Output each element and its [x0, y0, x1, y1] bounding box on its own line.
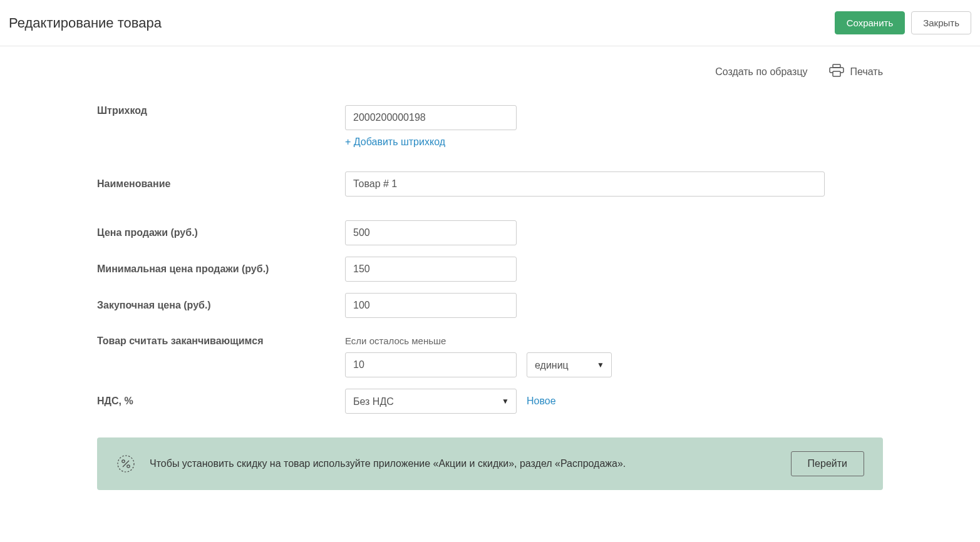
min-price-input[interactable]	[345, 257, 517, 282]
barcode-input[interactable]	[345, 105, 517, 130]
toolbar: Создать по образцу Печать	[0, 46, 980, 86]
low-stock-input[interactable]	[345, 352, 517, 377]
price-input[interactable]	[345, 220, 517, 245]
svg-point-4	[127, 465, 130, 468]
svg-rect-1	[833, 71, 840, 76]
print-label: Печать	[850, 66, 883, 78]
nds-row: НДС, % Без НДС ▼ Новое	[97, 389, 883, 414]
nds-new-link[interactable]: Новое	[527, 396, 556, 407]
add-barcode-link[interactable]: + Добавить штрихкод	[345, 136, 445, 148]
header-actions: Сохранить Закрыть	[835, 11, 971, 34]
price-row: Цена продажи (руб.)	[97, 220, 883, 245]
print-button[interactable]: Печать	[829, 64, 883, 80]
form-area: Штрихкод + Добавить штрихкод Наименовани…	[0, 86, 980, 515]
name-label: Наименование	[97, 178, 345, 190]
discount-info-banner: Чтобы установить скидку на товар использ…	[97, 437, 883, 490]
low-stock-label: Товар считать заканчивающимся	[97, 335, 345, 347]
min-price-label: Минимальная цена продажи (руб.)	[97, 263, 345, 275]
close-button[interactable]: Закрыть	[911, 11, 971, 34]
name-input[interactable]	[345, 171, 825, 197]
barcode-label: Штрихкод	[97, 105, 345, 116]
create-from-template-link[interactable]: Создать по образцу	[715, 66, 807, 78]
page-title: Редактирование товара	[9, 15, 162, 31]
low-stock-unit-select[interactable]: единиц	[527, 352, 612, 377]
name-row: Наименование	[97, 171, 883, 197]
nds-select[interactable]: Без НДС	[345, 389, 517, 414]
purchase-price-row: Закупочная цена (руб.)	[97, 293, 883, 318]
printer-icon	[829, 64, 844, 80]
low-stock-row: Товар считать заканчивающимся Если остал…	[97, 335, 883, 377]
svg-line-5	[123, 461, 129, 467]
price-label: Цена продажи (руб.)	[97, 227, 345, 238]
purchase-price-input[interactable]	[345, 293, 517, 318]
save-button[interactable]: Сохранить	[835, 11, 905, 34]
banner-go-button[interactable]: Перейти	[791, 451, 864, 476]
purchase-price-label: Закупочная цена (руб.)	[97, 300, 345, 311]
banner-text: Чтобы установить скидку на товар использ…	[150, 456, 777, 471]
min-price-row: Минимальная цена продажи (руб.)	[97, 257, 883, 282]
nds-label: НДС, %	[97, 396, 345, 407]
barcode-row: Штрихкод + Добавить штрихкод	[97, 105, 883, 148]
svg-point-3	[122, 460, 125, 463]
low-stock-caption: Если осталось меньше	[345, 335, 883, 346]
page-header: Редактирование товара Сохранить Закрыть	[0, 0, 980, 46]
percent-icon	[116, 454, 136, 474]
